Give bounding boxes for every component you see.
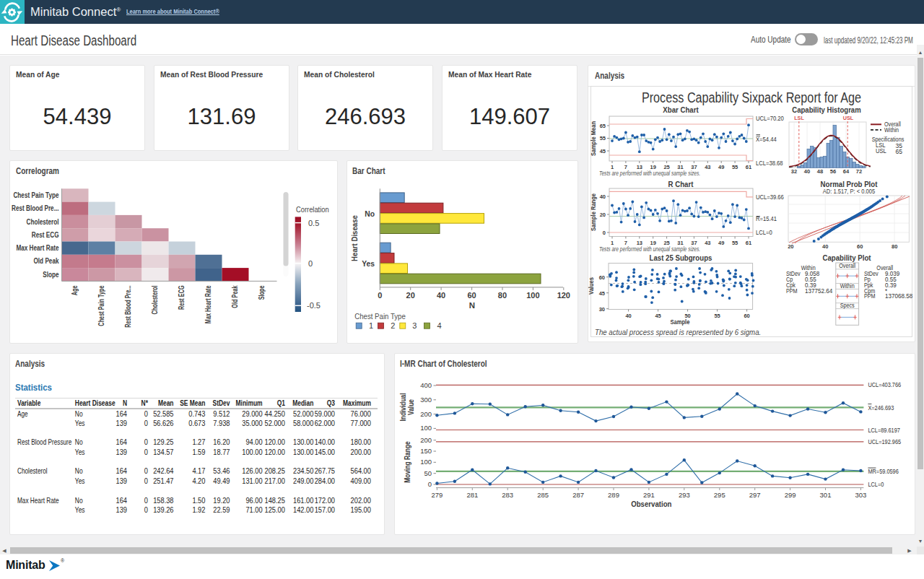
svg-text:Value: Value [407,399,415,415]
svg-text:40: 40 [822,243,828,250]
svg-text:80: 80 [498,291,507,300]
svg-text:35.000: 35.000 [242,419,263,428]
svg-text:Tests are performed with unequ: Tests are performed with unequal sample … [599,170,700,178]
svg-text:180.00: 180.00 [351,438,372,447]
svg-text:195.00: 195.00 [351,506,372,515]
svg-text:60: 60 [467,291,476,300]
svg-text:0.673: 0.673 [188,419,206,428]
svg-text:7: 7 [624,240,627,246]
svg-text:N: N [123,399,127,407]
svg-text:Statistics: Statistics [15,382,52,393]
svg-text:289: 289 [608,491,619,499]
svg-text:18.77: 18.77 [213,448,230,457]
svg-text:Specs: Specs [840,302,855,309]
svg-text:3: 3 [412,321,417,330]
svg-text:Yes: Yes [75,419,85,427]
svg-text:13: 13 [637,240,642,246]
svg-text:Yes: Yes [75,506,85,515]
svg-text:Q1: Q1 [277,399,285,407]
svg-text:55: 55 [600,135,606,142]
svg-text:MR=59.0596: MR=59.0596 [868,468,899,475]
svg-text:131.00: 131.00 [242,477,263,486]
svg-text:Heart Disease: Heart Disease [350,215,359,261]
svg-text:Rest ECG: Rest ECG [32,230,59,239]
svg-text:20: 20 [600,212,606,218]
svg-text:0.5: 0.5 [308,219,319,227]
svg-text:Cholesterol: Cholesterol [17,468,48,476]
svg-text:1.59: 1.59 [192,448,205,457]
svg-text:164: 164 [116,409,128,418]
svg-text:100: 100 [526,291,539,300]
svg-text:40: 40 [600,193,606,200]
svg-text:USL: USL [876,148,886,154]
svg-text:44.250: 44.250 [265,409,286,418]
svg-text:No: No [75,467,83,476]
svg-text:22.59: 22.59 [213,506,230,515]
svg-text:303: 303 [855,491,867,499]
svg-text:164: 164 [116,496,128,505]
svg-text:100: 100 [420,424,432,432]
svg-text:1: 1 [611,164,614,170]
svg-text:139.26: 139.26 [153,506,174,515]
svg-text:242.64: 242.64 [153,467,174,476]
svg-text:45: 45 [655,313,661,319]
svg-text:150: 150 [420,447,432,455]
svg-text:Max Heart Rate: Max Heart Rate [17,497,59,505]
svg-text:299: 299 [785,491,796,499]
svg-text:0: 0 [308,259,313,268]
svg-text:129.25: 129.25 [153,438,174,447]
svg-text:No: No [75,409,83,418]
svg-text:0: 0 [144,467,149,476]
svg-text:16.20: 16.20 [213,438,230,447]
svg-text:2: 2 [391,321,395,330]
svg-text:52.000: 52.000 [293,409,314,418]
svg-text:49: 49 [718,164,724,170]
svg-text:71.00: 71.00 [245,506,263,515]
svg-text:61: 61 [746,240,751,246]
svg-text:LCL=0: LCL=0 [756,230,772,236]
svg-text:Max Heart Rate: Max Heart Rate [16,243,58,252]
svg-text:55: 55 [732,240,738,246]
svg-text:1.50: 1.50 [192,496,206,505]
svg-text:Median: Median [292,399,313,407]
svg-text:PPM: PPM [786,287,798,295]
svg-text:31: 31 [677,164,683,170]
svg-text:120: 120 [557,291,570,300]
svg-text:Slope: Slope [43,270,58,279]
svg-text:19: 19 [650,164,656,170]
svg-text:139: 139 [116,477,127,486]
svg-text:Tests are performed with unequ: Tests are performed with unequal sample … [599,246,700,253]
svg-text:0: 0 [144,438,149,447]
svg-text:UCL=70.20: UCL=70.20 [756,116,784,122]
svg-text:267.75: 267.75 [315,467,336,476]
svg-text:139: 139 [116,448,127,457]
svg-text:Yes: Yes [362,259,375,269]
svg-text:161.00: 161.00 [293,496,314,505]
svg-text:0: 0 [603,230,606,236]
svg-text:Process Capability Sixpack Rep: Process Capability Sixpack Report for Ag… [642,90,861,105]
svg-text:285: 285 [537,491,549,499]
svg-text:9.512: 9.512 [213,409,230,418]
svg-text:1: 1 [611,240,614,246]
svg-text:409.00: 409.00 [351,477,372,486]
svg-text:61: 61 [746,164,751,170]
svg-text:139: 139 [116,506,127,515]
svg-text:249.00: 249.00 [293,477,314,486]
svg-text:200: 200 [420,436,432,444]
svg-text:200: 200 [420,410,432,418]
svg-text:31: 31 [677,240,683,246]
svg-text:145.00: 145.00 [315,448,336,457]
svg-text:0: 0 [144,419,149,428]
svg-text:Cholesterol: Cholesterol [26,217,58,226]
svg-text:56.626: 56.626 [153,419,174,428]
svg-text:Rest ECG: Rest ECG [178,285,186,310]
svg-text:56: 56 [830,168,836,175]
svg-text:251.47: 251.47 [153,477,173,486]
svg-text:0: 0 [144,506,149,515]
svg-text:62.000: 62.000 [315,419,336,428]
svg-text:USL: USL [843,115,854,121]
svg-text:43: 43 [705,164,710,170]
svg-text:283: 283 [502,491,513,499]
svg-text:120.00: 120.00 [265,438,286,447]
svg-text:Mean: Mean [158,399,174,407]
